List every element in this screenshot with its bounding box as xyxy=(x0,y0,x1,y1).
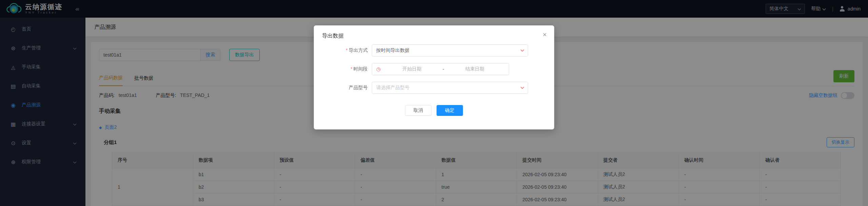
end-date-placeholder[interactable]: 结束日期 xyxy=(446,66,504,72)
product-model-placeholder: 请选择产品型号 xyxy=(376,85,410,91)
modal-title: 导出数据 xyxy=(322,33,344,39)
cancel-button[interactable]: 取消 xyxy=(405,105,432,116)
time-range-label: *时间段 xyxy=(314,66,372,72)
product-model-select[interactable]: 请选择产品型号 xyxy=(372,82,528,94)
modal-body: *导出方式 按时间导出数据 *时间段 ◷ 开始日期 - 结束日期 产品型号 请选… xyxy=(314,44,554,94)
chevron-down-icon xyxy=(520,86,525,89)
chevron-down-icon xyxy=(520,49,525,52)
confirm-button[interactable]: 确定 xyxy=(437,105,463,116)
required-star: * xyxy=(351,66,352,71)
required-star: * xyxy=(346,47,348,53)
time-range-row: *时间段 ◷ 开始日期 - 结束日期 xyxy=(314,63,554,75)
product-model-field-label: 产品型号 xyxy=(314,85,372,91)
export-method-value: 按时间导出数据 xyxy=(376,47,410,54)
modal-footer: 取消 确定 xyxy=(314,100,554,116)
date-range-picker[interactable]: ◷ 开始日期 - 结束日期 xyxy=(372,63,509,75)
clock-icon: ◷ xyxy=(376,66,381,72)
start-date-placeholder[interactable]: 开始日期 xyxy=(383,66,441,72)
range-separator: - xyxy=(441,66,446,72)
close-icon[interactable]: × xyxy=(543,31,547,39)
export-data-modal: 导出数据 × *导出方式 按时间导出数据 *时间段 ◷ 开始日期 - 结束日期 … xyxy=(314,25,554,129)
export-method-select[interactable]: 按时间导出数据 xyxy=(372,44,528,57)
product-model-row: 产品型号 请选择产品型号 xyxy=(314,82,554,94)
modal-header: 导出数据 × xyxy=(314,25,554,44)
export-method-label: *导出方式 xyxy=(314,47,372,54)
export-method-row: *导出方式 按时间导出数据 xyxy=(314,44,554,57)
